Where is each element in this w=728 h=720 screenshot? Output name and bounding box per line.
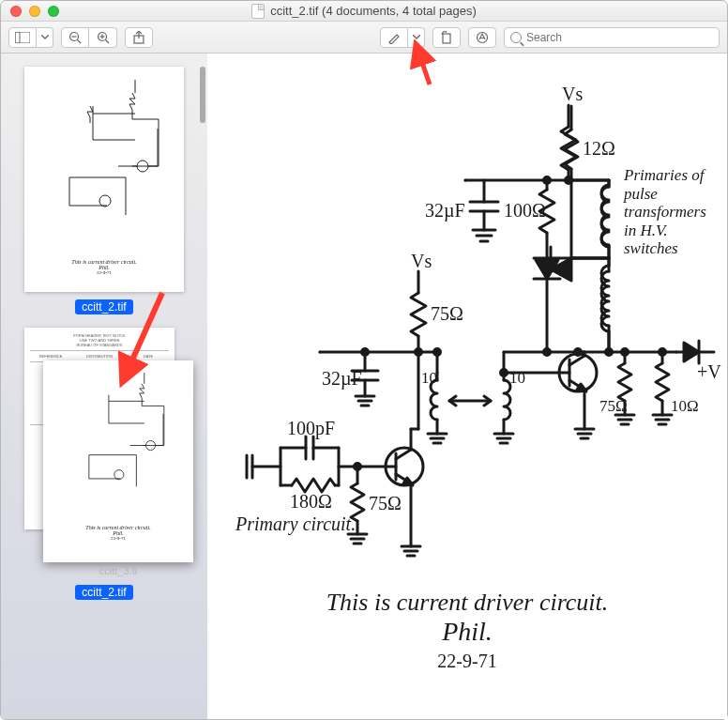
svg-rect-12: [443, 34, 450, 43]
label-vs-top: Vs: [562, 84, 583, 105]
view-mode-group: [8, 27, 53, 48]
sidebar-icon: [15, 32, 30, 43]
svg-line-6: [105, 39, 109, 43]
zoom-in-icon: [97, 31, 110, 44]
thumbnail-label: ccitt_2.tif: [75, 585, 132, 600]
label-75c: 75Ω: [599, 397, 628, 416]
label-32uf-a: 32µF: [425, 200, 465, 222]
thumbnail-page: This is current driver circuit.Phil. 22-…: [24, 67, 184, 292]
label-l10b: 10: [509, 369, 525, 388]
content-area: This is current driver circuit.Phil. 22-…: [1, 54, 727, 719]
preview-window: ccitt_2.tif (4 documents, 4 total pages): [0, 0, 728, 720]
signature: Phil.: [207, 617, 727, 647]
thumbnail-item[interactable]: FORM HEADER TEXT BLOCKLINE TWO AND THREE…: [24, 328, 184, 600]
zoom-window-button[interactable]: [48, 6, 59, 17]
sidebar-scrollbar[interactable]: [200, 67, 205, 123]
svg-line-48: [569, 356, 584, 365]
window-controls: [1, 6, 59, 17]
zoom-in-button[interactable]: [89, 27, 117, 48]
label-75a: 75Ω: [431, 303, 463, 325]
date: 22-9-71: [207, 651, 727, 672]
thumbnail-drag-stack: FORM HEADER TEXT BLOCKLINE TWO AND THREE…: [24, 328, 184, 562]
close-window-button[interactable]: [10, 6, 22, 17]
svg-marker-80: [684, 343, 699, 361]
label-vs-left: Vs: [411, 251, 432, 272]
zoom-out-icon: [68, 31, 82, 44]
share-icon: [133, 31, 144, 44]
caption: This is current driver circuit.: [207, 589, 727, 617]
label-plusv: +V: [697, 361, 721, 383]
chevron-down-icon: [413, 35, 420, 39]
zoom-out-button[interactable]: [61, 27, 89, 48]
highlight-button[interactable]: [380, 27, 408, 48]
label-10ohm: 10Ω: [671, 397, 699, 416]
chevron-down-icon: [41, 35, 49, 39]
label-100ohm: 100Ω: [504, 200, 546, 222]
markup-toolbar-button[interactable]: [468, 27, 496, 48]
thumbnail-item[interactable]: This is current driver circuit.Phil. 22-…: [24, 67, 184, 314]
svg-point-17: [114, 470, 124, 480]
svg-rect-0: [15, 32, 30, 43]
dragged-page: This is current driver circuit.Phil. 22-…: [43, 360, 193, 562]
label-primaries: Primaries of pulse transformers in H.V. …: [624, 166, 718, 258]
label-75b: 75Ω: [369, 493, 402, 514]
label-100pf: 100pF: [287, 418, 335, 439]
share-button[interactable]: [125, 27, 153, 48]
rotate-icon: [440, 31, 453, 44]
view-mode-dropdown[interactable]: [37, 27, 53, 48]
svg-line-105: [396, 450, 411, 459]
label-12ohm: 12Ω: [583, 138, 615, 160]
zoom-group: [61, 27, 117, 48]
search-field[interactable]: [504, 27, 720, 48]
circuit-drawing: Vs 12Ω Primaries of pulse transformers i…: [207, 54, 727, 719]
thumbnail-label: ccitt_2.tif: [75, 299, 132, 314]
document-icon: [251, 4, 265, 19]
rotate-button[interactable]: [432, 27, 461, 48]
svg-line-3: [78, 39, 82, 43]
pencil-icon: [387, 31, 401, 44]
title-text: ccitt_2.tif (4 documents, 4 total pages): [270, 4, 477, 18]
svg-rect-1: [15, 32, 20, 43]
markup-group: [380, 27, 425, 48]
label-32uf-b: 32µF: [322, 368, 362, 390]
search-input[interactable]: [526, 31, 713, 44]
svg-point-33: [544, 177, 551, 184]
toolbar: [1, 22, 727, 54]
label-180ohm: 180Ω: [290, 491, 332, 513]
markup-icon: [476, 31, 489, 44]
label-primary-circuit: Primary circuit.: [235, 513, 356, 534]
svg-point-15: [99, 195, 111, 207]
svg-point-22: [566, 177, 572, 184]
label-l10a: 10: [421, 369, 437, 388]
document-view[interactable]: Vs 12Ω Primaries of pulse transformers i…: [207, 54, 727, 719]
sidebar-thumbnails-button[interactable]: [8, 27, 37, 48]
window-title: ccitt_2.tif (4 documents, 4 total pages): [1, 4, 727, 19]
minimize-window-button[interactable]: [29, 6, 40, 17]
thumbnail-sidebar[interactable]: This is current driver circuit.Phil. 22-…: [1, 54, 207, 719]
titlebar: ccitt_2.tif (4 documents, 4 total pages): [1, 1, 727, 22]
svg-point-43: [544, 349, 551, 356]
highlight-dropdown[interactable]: [408, 27, 425, 48]
ghost-label: ccitt_3.ti: [43, 564, 193, 577]
search-icon: [510, 32, 522, 43]
